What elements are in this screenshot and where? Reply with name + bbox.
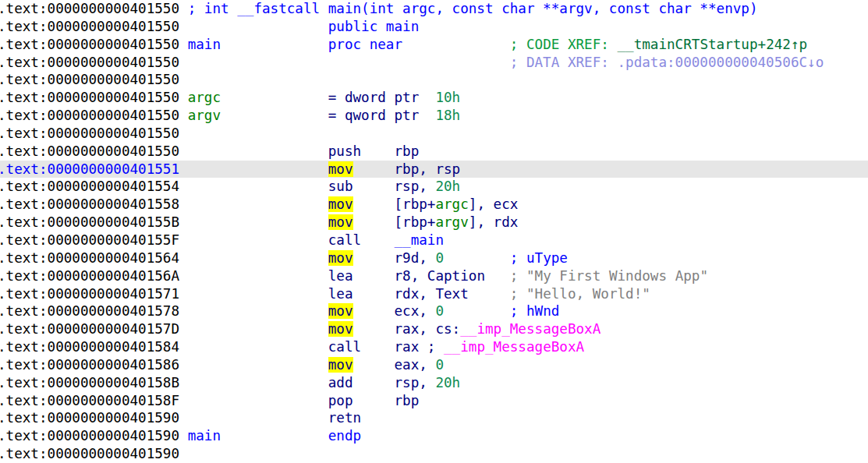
address-cell[interactable]: .text:0000000000401550 xyxy=(0,125,179,141)
code-token[interactable]: argc xyxy=(188,90,221,105)
code-token[interactable]: 18h xyxy=(435,108,460,123)
code-token[interactable]: Caption xyxy=(427,268,485,284)
code-token[interactable]: 10h xyxy=(435,90,460,105)
address-cell[interactable]: .text:0000000000401590 xyxy=(0,410,179,426)
code-token[interactable]: rbp xyxy=(394,393,419,408)
listing-line[interactable]: .text:0000000000401578 mov ecx, 0 ; hWnd xyxy=(0,302,868,320)
highlighted-token[interactable]: mov xyxy=(328,321,353,337)
listing-line[interactable]: .text:000000000040156A lea r8, Caption ;… xyxy=(0,267,868,285)
code-token[interactable]: 20h xyxy=(435,375,460,391)
address-cell[interactable]: .text:0000000000401571 xyxy=(0,286,179,302)
listing-line[interactable]: .text:0000000000401590 xyxy=(0,445,868,463)
code-token[interactable]: lea xyxy=(328,286,353,302)
listing-line[interactable]: .text:000000000040158B add rsp, 20h xyxy=(0,374,868,392)
code-token[interactable]: Text xyxy=(435,286,468,302)
code-token[interactable]: ; hWnd xyxy=(510,303,560,319)
address-cell[interactable]: .text:0000000000401554 xyxy=(0,178,179,194)
code-token[interactable]: lea xyxy=(328,268,353,284)
highlighted-token[interactable]: mov xyxy=(328,161,353,177)
code-token[interactable]: ; DATA XREF: .pdata:000000000040506C↓o xyxy=(510,55,824,70)
code-token[interactable]: rsp, xyxy=(394,178,435,194)
code-token[interactable]: r8, xyxy=(394,268,427,284)
code-token[interactable]: ], ecx xyxy=(469,196,519,212)
address-cell[interactable]: .text:000000000040155B xyxy=(0,214,179,230)
code-token[interactable]: argc xyxy=(435,196,468,212)
code-token[interactable]: main xyxy=(188,37,221,52)
listing-line[interactable]: .text:000000000040155B mov [rbp+argv], r… xyxy=(0,214,868,231)
listing-line[interactable]: .text:0000000000401554 sub rsp, 20h xyxy=(0,178,868,196)
address-cell[interactable]: .text:000000000040157D xyxy=(0,321,179,337)
code-token[interactable]: [rbp+ xyxy=(394,196,435,212)
highlighted-token[interactable]: mov xyxy=(328,250,353,266)
address-cell[interactable]: .text:0000000000401550 xyxy=(0,72,179,87)
code-token[interactable]: retn xyxy=(328,410,361,426)
address-cell[interactable]: .text:0000000000401590 xyxy=(0,428,179,444)
code-token[interactable]: ; "Hello, World!" xyxy=(510,286,650,302)
disassembly-listing[interactable]: .text:0000000000401550 ; int __fastcall … xyxy=(0,0,868,463)
code-token[interactable]: ; "My First Windows App" xyxy=(510,268,708,284)
address-cell[interactable]: .text:0000000000401558 xyxy=(0,196,179,212)
address-cell[interactable]: .text:0000000000401550 xyxy=(0,19,179,34)
listing-line[interactable]: .text:0000000000401571 lea rdx, Text ; "… xyxy=(0,285,868,303)
code-token[interactable]: [rbp+ xyxy=(394,214,435,230)
address-cell[interactable]: .text:000000000040158B xyxy=(0,375,179,391)
listing-line[interactable]: .text:0000000000401550 ; int __fastcall … xyxy=(0,0,868,18)
code-token[interactable]: 20h xyxy=(435,178,460,194)
listing-line[interactable]: .text:0000000000401550 push rbp xyxy=(0,143,868,161)
code-token[interactable]: __main xyxy=(394,232,444,248)
listing-line[interactable]: .text:000000000040157D mov rax, cs:__imp… xyxy=(0,320,868,338)
listing-line[interactable]: .text:0000000000401584 call rax ; __imp_… xyxy=(0,338,868,356)
code-token[interactable]: add xyxy=(328,375,353,391)
listing-line[interactable]: .text:0000000000401590 retn xyxy=(0,409,868,427)
address-cell[interactable]: .text:0000000000401551 xyxy=(0,161,179,177)
code-token[interactable]: ; CODE XREF: xyxy=(510,37,618,52)
code-token[interactable]: rax ; xyxy=(394,339,444,355)
code-token[interactable]: proc near xyxy=(328,37,402,52)
code-token[interactable]: call xyxy=(328,339,361,355)
code-token[interactable]: r9d, xyxy=(394,250,435,266)
address-cell[interactable]: .text:0000000000401564 xyxy=(0,250,179,266)
listing-line[interactable]: .text:000000000040158F pop rbp xyxy=(0,392,868,410)
code-token[interactable]: rax, cs: xyxy=(394,321,460,337)
address-cell[interactable]: .text:0000000000401590 xyxy=(0,446,179,461)
address-cell[interactable]: .text:0000000000401550 xyxy=(0,143,179,159)
code-token[interactable]: ; int __fastcall main(int argc, const ch… xyxy=(188,1,758,16)
code-token[interactable]: pop xyxy=(328,393,353,408)
code-token[interactable]: sub xyxy=(328,178,353,194)
code-token[interactable]: push xyxy=(328,143,361,159)
code-token[interactable]: __imp_MessageBoxA xyxy=(444,339,584,355)
highlighted-token[interactable]: mov xyxy=(328,303,353,319)
listing-line[interactable]: .text:0000000000401550 argv = qword ptr … xyxy=(0,107,868,125)
code-token[interactable]: rdx, xyxy=(394,286,435,302)
code-token[interactable]: endp xyxy=(328,428,361,444)
listing-line[interactable]: .text:0000000000401550 xyxy=(0,71,868,89)
code-token[interactable]: = qword ptr xyxy=(328,108,436,123)
code-token[interactable]: rsp, xyxy=(394,375,435,391)
code-token[interactable]: argv xyxy=(435,214,468,230)
code-token[interactable]: main xyxy=(188,428,221,444)
listing-line[interactable]: .text:0000000000401550 xyxy=(0,125,868,143)
code-token[interactable]: call xyxy=(328,232,361,248)
code-token[interactable]: argv xyxy=(188,108,221,123)
highlighted-token[interactable]: mov xyxy=(328,357,353,373)
code-token[interactable]: __tmainCRTStartup+242↑p xyxy=(617,37,807,52)
code-token[interactable]: 0 xyxy=(435,250,444,266)
address-cell[interactable]: .text:0000000000401550 xyxy=(0,55,179,70)
code-token[interactable]: 0 xyxy=(435,357,444,373)
code-token[interactable]: eax, xyxy=(394,357,435,373)
code-token[interactable]: ], rdx xyxy=(469,214,519,230)
code-token[interactable]: rbp xyxy=(394,143,419,159)
highlighted-token[interactable]: mov xyxy=(328,196,353,212)
address-cell[interactable]: .text:000000000040158F xyxy=(0,393,179,408)
address-cell[interactable]: .text:0000000000401550 xyxy=(0,37,179,52)
highlighted-token[interactable]: mov xyxy=(328,214,353,230)
address-cell[interactable]: .text:0000000000401584 xyxy=(0,339,179,355)
address-cell[interactable]: .text:0000000000401550 xyxy=(0,1,179,16)
address-cell[interactable]: .text:000000000040156A xyxy=(0,268,179,284)
code-token[interactable]: ; uType xyxy=(510,250,568,266)
code-token[interactable]: 0 xyxy=(435,303,444,319)
code-token[interactable]: ecx, xyxy=(394,303,435,319)
address-cell[interactable]: .text:0000000000401550 xyxy=(0,90,179,105)
listing-line-selected[interactable]: .text:0000000000401551 mov rbp, rsp xyxy=(0,161,868,178)
listing-line[interactable]: .text:0000000000401550 ; DATA XREF: .pda… xyxy=(0,54,868,72)
